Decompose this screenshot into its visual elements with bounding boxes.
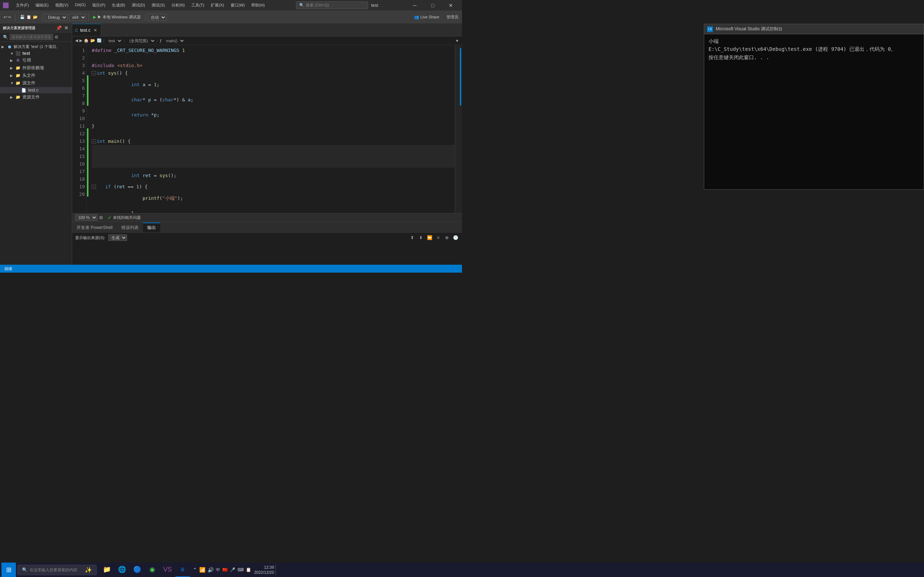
menu-tools[interactable]: 工具(T) — [188, 2, 207, 9]
live-share-button[interactable]: 👥 Live Share — [412, 14, 441, 20]
menu-view[interactable]: 视图(V) — [52, 2, 71, 9]
search-options-icon[interactable]: ⚙ — [55, 35, 58, 40]
status-ready[interactable]: 就绪 — [3, 266, 14, 272]
search-sidebar-input[interactable] — [10, 34, 53, 40]
zoom-settings-icon[interactable]: ⚙ — [99, 215, 103, 220]
breadcrumb-sep2: › — [157, 39, 158, 43]
run-label: ▶ 本地 Windows 调试器 — [97, 15, 141, 20]
no-problems-label: 未找到相关问题 — [113, 215, 141, 220]
editor-area: C test.c ✕ ◀ ▶ 🏠 📂 🔄 | test › (全局范围) › ƒ… — [72, 24, 462, 265]
undo-button[interactable]: ↩ — [3, 15, 7, 19]
menu-git[interactable]: Git(G) — [72, 2, 89, 9]
breadcrumb-fn-select[interactable]: main() — [163, 38, 185, 43]
editor-tab-test-c[interactable]: C test.c ✕ — [72, 24, 101, 36]
file-label: test.c — [28, 88, 39, 93]
user-button[interactable]: 管理员 — [444, 14, 460, 21]
save-all-button[interactable]: 📋 — [26, 15, 31, 19]
sep1 — [15, 14, 16, 21]
editor-minimap — [455, 45, 462, 213]
fold-4[interactable]: − — [92, 71, 96, 76]
redo-button[interactable]: ↪ — [8, 15, 11, 19]
fold-13[interactable]: − — [92, 185, 96, 189]
save-button[interactable]: 💾 — [20, 15, 25, 19]
solution-icon: ◼ — [6, 44, 12, 49]
code-editor[interactable]: 1 2 3 4 5 6 7 8 9 10 11 12 13 14 15 16 1… — [72, 45, 462, 213]
tree-item-refs[interactable]: ▶ ⚙ 引用 — [0, 56, 72, 64]
output-word-wrap-btn[interactable]: ≡ — [435, 234, 442, 241]
ext-deps-arrow: ▶ — [10, 66, 15, 70]
code-line-7: return *p; — [92, 107, 455, 122]
debug-config-select[interactable]: Debug — [45, 14, 68, 21]
breadcrumb-arrow-right[interactable]: ▶ — [79, 38, 82, 43]
tree-item-headers[interactable]: ▶ 📁 头文件 — [0, 72, 72, 79]
run-button[interactable]: ▶ ▶ 本地 Windows 调试器 — [91, 14, 143, 21]
search-box[interactable]: 🔍 搜索 (Ctrl+Q) — [296, 2, 368, 9]
output-label: 显示输出来源(S): — [75, 235, 105, 240]
tree-item-resources[interactable]: ▶ 📁 资源文件 — [0, 93, 72, 101]
fold-10[interactable]: − — [92, 139, 96, 143]
breadcrumb-file-select[interactable]: test — [106, 38, 122, 43]
output-source-select[interactable]: 生成 — [108, 234, 127, 241]
output-time-btn[interactable]: 🕐 — [452, 234, 459, 241]
tree-item-test-c[interactable]: ▶ 📄 test.c — [0, 87, 72, 93]
maximize-button[interactable]: □ — [425, 0, 441, 11]
tree-item-sources[interactable]: ▼ 📁 源文件 — [0, 79, 72, 87]
vs-logo-icon — [3, 3, 9, 8]
platform-select[interactable]: x64 — [69, 14, 86, 21]
menu-extensions[interactable]: 扩展(X) — [208, 2, 227, 9]
tab-errors[interactable]: 错误列表 — [117, 222, 143, 232]
breadcrumb-open-folder[interactable]: 📂 — [90, 38, 95, 43]
pin-icon[interactable]: 📌 — [56, 25, 62, 31]
menu-edit[interactable]: 编辑(E) — [32, 2, 52, 9]
tab-powershell[interactable]: 开发者 PowerShell — [72, 222, 117, 232]
minimap-bar — [460, 48, 461, 106]
project-icon: ⬛ — [15, 51, 21, 56]
minimize-button[interactable]: ─ — [406, 0, 423, 11]
auto-select[interactable]: 自动 — [148, 14, 166, 21]
output-scroll-up-btn[interactable]: ⬇ — [417, 234, 425, 241]
sep4 — [145, 14, 145, 21]
status-left: 就绪 — [3, 266, 14, 272]
breadcrumb-refresh[interactable]: 🔄 — [97, 38, 102, 43]
sidebar-search: 🔍 ⚙ — [0, 32, 72, 42]
breadcrumb-scope-select[interactable]: (全局范围) — [127, 38, 155, 43]
headers-label: 头文件 — [23, 73, 36, 79]
tab-output[interactable]: 输出 — [143, 222, 160, 232]
output-scroll-down-btn[interactable]: ⏩ — [426, 234, 433, 241]
resources-label: 资源文件 — [23, 94, 40, 100]
code-line-6: char* p = (char*) & a; — [92, 92, 455, 107]
breadcrumb-home[interactable]: 🏠 — [84, 38, 89, 43]
menu-build[interactable]: 生成(B) — [109, 2, 128, 9]
output-content — [75, 243, 459, 263]
project-arrow: ▼ — [10, 52, 15, 56]
menu-debug[interactable]: 调试(D) — [129, 2, 148, 9]
output-find-btn[interactable]: ⊕ — [443, 234, 451, 241]
line-numbers: 1 2 3 4 5 6 7 8 9 10 11 12 13 14 15 16 1… — [72, 45, 87, 213]
output-clear-btn[interactable]: ⬆ — [409, 234, 416, 241]
menu-project[interactable]: 项目(P) — [89, 2, 108, 9]
menu-test[interactable]: 测试(S) — [149, 2, 168, 9]
code-line-15: } — [92, 206, 455, 213]
tab-close-button[interactable]: ✕ — [93, 28, 98, 33]
bottom-content: 显示输出来源(S): 生成 ⬆ ⬇ ⏩ ≡ ⊕ 🕐 — [72, 233, 462, 265]
file-c-icon: 📄 — [21, 88, 27, 93]
code-line-1: #define _CRT_SECURE_NO_WARNINGS 1 — [92, 47, 455, 54]
tree-item-project[interactable]: ▼ ⬛ test — [4, 50, 72, 56]
breadcrumb-arrow-left[interactable]: ◀ — [75, 38, 78, 43]
breadcrumb-end-arrow[interactable]: ▼ — [455, 39, 459, 43]
zoom-select[interactable]: 100 % — [75, 214, 97, 221]
refs-label: 引用 — [23, 57, 31, 63]
tree-item-solution[interactable]: ▶ ◼ 解决方案 'test' (1 个项目, — [0, 43, 72, 50]
sep3 — [89, 14, 89, 21]
menu-help[interactable]: 帮助(H) — [248, 2, 267, 9]
code-line-4: −int sys() { — [92, 69, 455, 77]
open-button[interactable]: 📂 — [33, 15, 38, 19]
menu-window[interactable]: 窗口(W) — [228, 2, 248, 9]
menu-file[interactable]: 文件(F) — [13, 2, 32, 9]
tree-item-ext-deps[interactable]: ▶ 📁 外部依赖项 — [0, 64, 72, 72]
close-button[interactable]: ✕ — [443, 0, 459, 11]
close-sidebar-icon[interactable]: ✕ — [63, 25, 69, 31]
code-content[interactable]: #define _CRT_SECURE_NO_WARNINGS 1 #inclu… — [89, 45, 455, 213]
main-layout: 解决方案资源管理器 📌 ✕ 🔍 ⚙ ▶ ◼ 解决方案 'test' (1 个项目… — [0, 24, 462, 265]
menu-analyze[interactable]: 分析(N) — [168, 2, 188, 9]
